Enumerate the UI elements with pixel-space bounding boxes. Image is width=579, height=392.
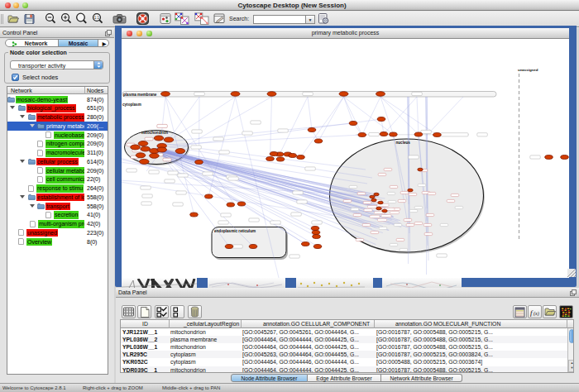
svg-text:nucleus: nucleus: [396, 141, 411, 145]
svg-text:plasma membrane: plasma membrane: [123, 93, 157, 97]
svg-text:endoplasmic reticulum: endoplasmic reticulum: [214, 229, 256, 233]
svg-text:mitochondrion: mitochondrion: [141, 131, 168, 135]
svg-text:cytoplasm: cytoplasm: [122, 103, 141, 107]
svg-text:(x): (x): [534, 311, 539, 317]
svg-text:unassigned: unassigned: [518, 68, 538, 72]
svg-text:1:1: 1:1: [94, 16, 100, 20]
